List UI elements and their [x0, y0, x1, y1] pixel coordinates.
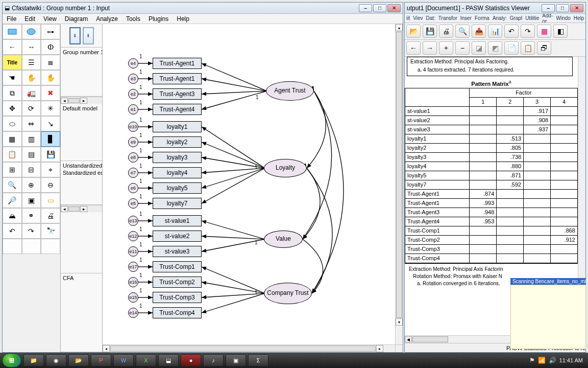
amos-canvas[interactable]: Agent Truste41Trust-Agent1e31Trust-Agent… [103, 24, 403, 352]
observed-variable[interactable]: Trust-Agent1 [153, 58, 202, 69]
pasw-menu[interactable]: Dat: [425, 15, 437, 21]
tray-volume-icon[interactable]: 🔊 [549, 357, 556, 364]
error-term[interactable]: e14 [128, 308, 138, 318]
scroll-left-arrow[interactable]: ◂ [61, 98, 68, 104]
task-powerpoint[interactable]: P [91, 354, 111, 366]
delete-icon[interactable]: − [455, 41, 470, 55]
close-button[interactable]: ✕ [570, 4, 583, 12]
tool-loupe[interactable]: ▭ [41, 193, 60, 208]
pasw-menu[interactable]: Add-or [541, 14, 554, 23]
amos-titlebar[interactable]: ⬓ Cfastatwiki : Group number 1 : Input ‒… [3, 3, 403, 14]
error-term[interactable]: e4 [128, 58, 138, 68]
back-icon[interactable]: ← [406, 41, 421, 55]
chart-icon[interactable]: ◧ [553, 25, 568, 38]
observed-variable[interactable]: loyalty3 [153, 152, 202, 163]
windows-taskbar[interactable]: ⊞ 📁 ◉ 📂 P W X ⬓ ● ♪ ▣ Σ ⚑ 📶 🔊 11:41 AM [0, 353, 588, 368]
tool-zoom-in[interactable]: ⊕ [22, 177, 41, 193]
error-term[interactable]: e1 [128, 104, 138, 114]
menu-file[interactable]: File [3, 14, 20, 24]
window-icon[interactable]: 🗗 [537, 41, 551, 55]
tool-calculate[interactable]: ▊ [41, 131, 60, 147]
observed-variable[interactable]: loyalty7 [153, 198, 202, 209]
scroll-thumb[interactable] [396, 32, 402, 318]
tool-scroll[interactable]: ⇔ [22, 116, 41, 131]
tool-zoom-page[interactable]: 🔎 [3, 193, 22, 208]
pasw-titlebar[interactable]: utput1 [Document1] - PASW Statistics Vie… [405, 3, 585, 14]
error-term[interactable]: e3 [128, 74, 138, 84]
error-term[interactable]: e7 [128, 168, 138, 178]
canvas-scroll-vertical[interactable]: ▴ ▾ [395, 24, 403, 344]
pasw-menu[interactable]: Transfor [437, 15, 459, 21]
nav-input-icon[interactable]: ⬇ [69, 27, 81, 44]
canvas-scroll-horizontal[interactable]: ◂ ▸ [103, 344, 395, 352]
observed-variable[interactable]: Trust-Agent4 [153, 104, 202, 115]
menu-tools[interactable]: Tools [122, 14, 144, 24]
start-button[interactable]: ⊞ [2, 353, 21, 367]
tool-select-one[interactable]: ☚ [3, 70, 22, 85]
observed-variable[interactable]: Trust-Agent3 [153, 88, 202, 100]
scroll-thumb[interactable] [68, 206, 80, 212]
pasw-menu[interactable]: Viev [411, 15, 424, 21]
observed-variable[interactable]: st-value2 [153, 231, 202, 242]
nav-groups-scroll[interactable]: ◂ ▸ [61, 97, 102, 104]
error-term[interactable]: e12 [128, 231, 138, 241]
task-excel[interactable]: X [136, 354, 156, 366]
path-diagram[interactable]: Agent Truste41Trust-Agent1e31Trust-Agent… [103, 24, 388, 339]
nav-estimates[interactable]: Unstandardized Standardized est [61, 161, 102, 205]
tool-observed-rect[interactable] [3, 24, 22, 39]
pasw-menu[interactable]: Help [572, 15, 585, 21]
system-tray[interactable]: ⚑ 📶 🔊 11:41 AM [529, 357, 586, 364]
task-word[interactable]: W [113, 354, 134, 366]
scroll-up-arrow[interactable]: ▴ [396, 24, 403, 31]
tool-indicator-icon[interactable]: ⊶ [41, 24, 60, 39]
tool-bayes[interactable]: ⛰ [3, 208, 22, 223]
observed-variable[interactable]: loyalty5 [153, 182, 202, 194]
observed-variable[interactable]: loyalty1 [153, 121, 202, 132]
tool-undo[interactable]: ↶ [3, 223, 22, 239]
tool-deselect[interactable]: ✋ [41, 70, 60, 85]
nav-files[interactable]: CFA [61, 273, 102, 352]
error-term[interactable]: e2 [128, 89, 138, 99]
tool-list-dataset[interactable]: ≣ [41, 55, 60, 70]
minimize-button[interactable]: ‒ [542, 4, 555, 12]
error-term[interactable]: e9 [128, 137, 138, 147]
tool-touch[interactable]: ↘ [41, 116, 60, 131]
close-button[interactable]: ✕ [387, 4, 401, 12]
observed-variable[interactable]: Trust-Comp2 [153, 277, 202, 288]
tray-network-icon[interactable]: 📶 [538, 357, 546, 364]
scroll-down-arrow[interactable]: ▾ [396, 318, 403, 326]
forward-icon[interactable]: → [423, 41, 437, 55]
error-term[interactable]: e5 [128, 198, 138, 209]
tool-title[interactable]: Title [3, 55, 22, 70]
nav-params[interactable] [61, 212, 102, 273]
latent-variable[interactable]: Value [264, 231, 303, 248]
tool-path-single[interactable]: ← [3, 39, 22, 55]
observed-variable[interactable]: loyalty4 [153, 167, 202, 178]
scroll-right-arrow[interactable]: ▸ [376, 345, 383, 352]
tool-object-prop[interactable]: ⊞ [3, 162, 22, 177]
error-term[interactable]: e11 [128, 246, 138, 257]
tool-shape[interactable]: ✥ [3, 101, 22, 116]
nav-models[interactable]: Default model [61, 104, 102, 161]
insert-icon[interactable]: ＋ [439, 41, 453, 55]
task-amos[interactable]: ⬓ [158, 354, 179, 366]
task-explorer[interactable]: 📁 [23, 354, 44, 366]
task-viewer[interactable]: ▣ [226, 354, 246, 366]
tool-list-vars[interactable]: ☰ [22, 55, 41, 70]
nav-groups[interactable]: Group number 1 [61, 48, 102, 97]
pasw-menu[interactable]: iit [405, 15, 411, 21]
menu-edit[interactable]: Edit [20, 14, 39, 24]
tool-print[interactable]: 🖨 [41, 208, 60, 223]
task-folder[interactable]: 📂 [68, 354, 89, 366]
tool-erase[interactable]: ✖ [41, 85, 60, 101]
pasw-menu[interactable]: Inser [459, 15, 473, 21]
observed-variable[interactable]: st-value3 [153, 246, 202, 257]
observed-variable[interactable]: Trust-Comp4 [153, 307, 202, 318]
error-term[interactable]: e10 [128, 122, 138, 132]
observed-variable[interactable]: Trust-Comp3 [153, 292, 202, 303]
scroll-right-arrow[interactable]: ▸ [80, 98, 87, 104]
tool-zoom-sel[interactable]: 🔍 [3, 177, 22, 193]
maximize-button[interactable]: □ [373, 4, 386, 12]
tool-fit-page[interactable]: ▣ [22, 193, 41, 208]
nav-output-icon[interactable]: ⬆ [83, 27, 94, 44]
